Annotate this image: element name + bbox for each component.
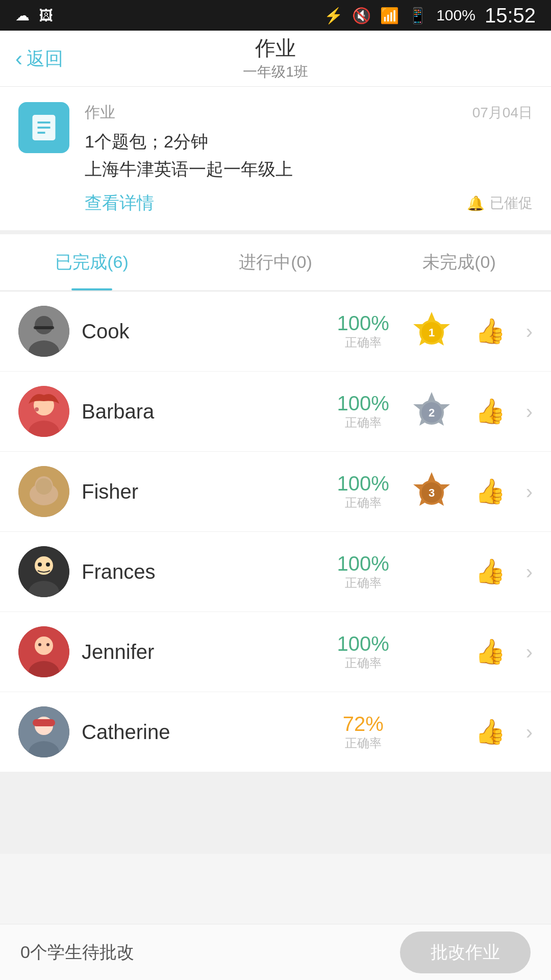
score-percent: 100% [330, 552, 396, 575]
svg-rect-41 [33, 719, 55, 726]
tab-completed[interactable]: 已完成(6) [0, 234, 184, 290]
catherine-avatar-icon [18, 706, 69, 757]
back-label: 返回 [27, 46, 63, 71]
svg-point-15 [35, 407, 39, 411]
like-button[interactable]: 👍 [475, 638, 506, 666]
rank-medal-silver: 2 [409, 388, 455, 434]
rank-medal-bronze: 3 [409, 469, 455, 514]
avatar [18, 626, 69, 677]
pending-students-text: 0个学生待批改 [20, 941, 134, 964]
frances-avatar-icon [18, 546, 69, 597]
svg-text:2: 2 [429, 406, 435, 419]
student-list: Cook 100% 正确率 1 👍 › [0, 291, 551, 772]
like-button[interactable]: 👍 [475, 477, 506, 506]
chevron-right-icon: › [526, 560, 533, 583]
avatar [18, 466, 69, 517]
like-button[interactable]: 👍 [475, 397, 506, 426]
cook-avatar-icon [18, 306, 69, 357]
fisher-avatar-icon [18, 466, 69, 517]
chevron-right-icon: › [526, 400, 533, 423]
remind-button[interactable]: 🔔 已催促 [467, 193, 533, 213]
back-button[interactable]: ‹ 返回 [15, 46, 63, 71]
weather-icon: ☁ [15, 7, 30, 24]
student-name: Frances [82, 560, 318, 583]
svg-text:3: 3 [429, 486, 435, 499]
score-block: 100% 正确率 [330, 472, 396, 511]
status-icons: ☁ 🖼 [15, 7, 53, 24]
list-item: Fisher 100% 正确率 3 👍 › [0, 452, 551, 532]
score-percent: 100% [330, 632, 396, 655]
like-button[interactable]: 👍 [475, 718, 506, 746]
gray-spacer [0, 772, 551, 854]
time-display: 15:52 [485, 4, 536, 27]
list-item: Cook 100% 正确率 1 👍 › [0, 291, 551, 372]
svg-rect-7 [34, 326, 54, 329]
score-block: 72% 正确率 [330, 713, 396, 751]
svg-point-23 [36, 478, 52, 495]
back-chevron-icon: ‹ [15, 48, 22, 69]
avatar [18, 306, 69, 357]
bluetooth-icon: ⚡ [324, 7, 343, 24]
assignment-card: 作业 07月04日 1个题包；2分钟 上海牛津英语一起一年级上 查看详情 🔔 已… [0, 87, 551, 234]
student-name: Fisher [82, 480, 318, 503]
score-percent: 100% [330, 392, 396, 414]
page-subtitle: 一年级1班 [243, 62, 308, 82]
bottom-bar: 0个学生待批改 批改作业 [0, 924, 551, 980]
tab-completed-label: 已完成(6) [55, 252, 129, 272]
student-name: Cook [82, 320, 318, 343]
image-icon: 🖼 [39, 7, 53, 24]
score-label: 正确率 [330, 655, 396, 671]
svg-point-36 [38, 643, 41, 646]
page-title: 作业 [255, 36, 296, 60]
svg-point-37 [46, 643, 49, 646]
view-detail-link[interactable]: 查看详情 [85, 191, 154, 215]
like-button[interactable]: 👍 [475, 557, 506, 586]
student-name: Barbara [82, 400, 318, 423]
assignment-icon [18, 102, 69, 153]
score-label: 正确率 [330, 495, 396, 511]
document-icon [29, 112, 59, 143]
list-item: Catherine 72% 正确率 👍 › [0, 692, 551, 772]
status-bar: ☁ 🖼 ⚡ 🔇 📶 📱 100% 15:52 [0, 0, 551, 31]
score-percent: 72% [330, 713, 396, 735]
svg-point-31 [38, 562, 42, 567]
score-label: 正确率 [330, 334, 396, 351]
jennifer-avatar-icon [18, 626, 69, 677]
score-block: 100% 正确率 [330, 392, 396, 431]
tab-notcompleted[interactable]: 未完成(0) [367, 234, 551, 290]
tab-inprogress-label: 进行中(0) [239, 252, 312, 272]
score-label: 正确率 [330, 414, 396, 431]
avatar [18, 706, 69, 757]
score-label: 正确率 [330, 735, 396, 751]
score-block: 100% 正确率 [330, 312, 396, 351]
tab-inprogress[interactable]: 进行中(0) [184, 234, 367, 290]
mute-icon: 🔇 [352, 7, 371, 24]
score-percent: 100% [330, 472, 396, 495]
silver-medal-icon: 2 [410, 390, 453, 433]
grade-homework-button[interactable]: 批改作业 [400, 932, 531, 973]
gold-medal-icon: 1 [410, 310, 453, 353]
page-header: ‹ 返回 作业 一年级1班 [0, 31, 551, 87]
list-item: Frances 100% 正确率 👍 › [0, 532, 551, 612]
assignment-desc1: 1个题包；2分钟 [85, 130, 533, 154]
chevron-right-icon: › [526, 721, 533, 744]
assignment-type-label: 作业 [85, 102, 115, 123]
avatar [18, 386, 69, 437]
rank-medal-gold: 1 [409, 308, 455, 354]
status-right: ⚡ 🔇 📶 📱 100% 15:52 [324, 4, 536, 27]
svg-point-5 [35, 316, 53, 334]
svg-point-34 [35, 636, 53, 655]
chevron-right-icon: › [526, 320, 533, 343]
wifi-icon: 📶 [380, 7, 399, 24]
score-label: 正确率 [330, 575, 396, 591]
score-block: 100% 正确率 [330, 552, 396, 591]
assignment-details: 作业 07月04日 1个题包；2分钟 上海牛津英语一起一年级上 查看详情 🔔 已… [85, 102, 533, 215]
signal-icon: 📱 [408, 7, 427, 24]
bronze-medal-icon: 3 [410, 470, 453, 513]
remind-label: 已催促 [490, 193, 533, 213]
chevron-right-icon: › [526, 480, 533, 503]
student-name: Catherine [82, 721, 318, 744]
like-button[interactable]: 👍 [475, 317, 506, 346]
assignment-desc2: 上海牛津英语一起一年级上 [85, 158, 533, 181]
svg-text:1: 1 [429, 326, 435, 339]
